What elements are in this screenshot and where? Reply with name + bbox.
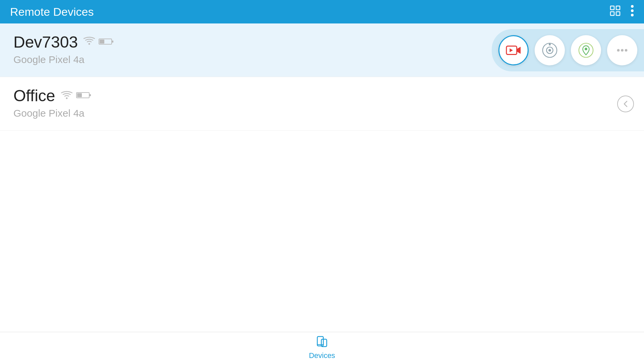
nav-devices-label: Devices [309,351,335,360]
bottom-nav: Devices [0,332,644,362]
device-name: Dev7303 [13,33,78,51]
app-header: Remote Devices [0,0,644,23]
svg-rect-0 [610,6,614,10]
more-options-icon[interactable] [631,5,634,19]
location-button[interactable] [571,35,601,65]
device-item-dev7303[interactable]: Dev7303 [0,23,644,77]
svg-rect-1 [616,6,620,10]
svg-rect-10 [100,40,104,44]
svg-rect-24 [77,93,82,97]
action-buttons [492,29,644,71]
collapse-button[interactable] [617,96,634,112]
svg-point-5 [631,9,634,12]
device-status-icons [83,36,114,48]
nav-item-devices[interactable]: Devices [309,335,335,360]
device-name-office: Office [13,86,55,105]
app-title: Remote Devices [10,5,94,18]
svg-point-21 [66,97,67,99]
svg-point-7 [89,43,90,45]
battery-icon [99,38,114,47]
device-name-row-office: Office [13,86,631,105]
svg-point-19 [621,49,624,52]
device-status-icons-office [61,90,92,101]
svg-point-15 [549,43,551,45]
devices-nav-icon [315,335,329,349]
svg-rect-23 [89,94,91,96]
battery-icon-office [76,92,92,100]
more-actions-button[interactable] [607,35,637,65]
svg-rect-3 [616,12,620,15]
screen-share-button[interactable] [498,35,529,65]
svg-point-4 [631,5,634,8]
svg-rect-2 [610,12,614,15]
device-model-office: Google Pixel 4a [13,108,631,119]
svg-point-18 [617,49,620,52]
device-item-office[interactable]: Office [0,77,644,131]
header-actions [609,5,634,19]
svg-point-6 [631,14,634,16]
svg-point-14 [548,49,551,52]
svg-rect-26 [321,339,327,347]
svg-rect-9 [112,41,113,43]
wifi-icon [83,36,95,48]
svg-point-17 [585,48,587,50]
svg-point-20 [625,49,628,52]
expand-icon[interactable] [609,5,621,19]
camera-button[interactable] [535,35,565,65]
main-content: Dev7303 [0,23,644,332]
wifi-icon-office [61,90,73,101]
